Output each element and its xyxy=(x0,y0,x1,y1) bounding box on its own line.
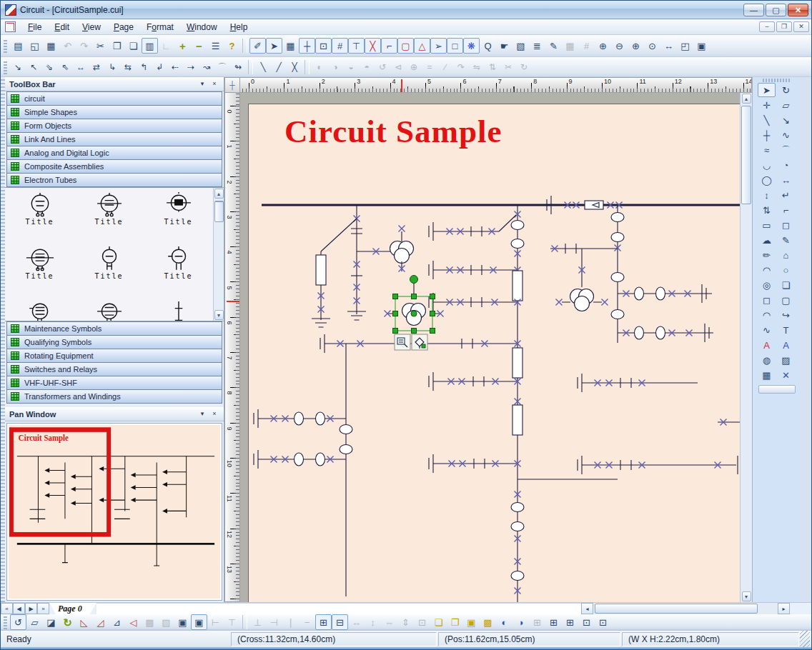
guide-cross-button[interactable]: ┼ xyxy=(299,38,315,54)
center-page-h-button[interactable]: ⊞ xyxy=(315,614,332,630)
feeder-branch[interactable] xyxy=(578,374,740,474)
fit-width-button[interactable]: ↔ xyxy=(660,38,677,54)
close-icon[interactable]: × xyxy=(209,79,219,89)
skew-v-button[interactable]: ◪ xyxy=(43,614,59,630)
curve-node-tool[interactable]: ∿ xyxy=(777,128,795,142)
resize-grip[interactable] xyxy=(800,631,810,647)
feeder-branch[interactable] xyxy=(312,205,414,327)
chevron-down-icon[interactable]: ▾ xyxy=(197,79,207,89)
bring-front-button[interactable]: ❏ xyxy=(430,614,447,630)
chevron-down-icon[interactable]: ▾ xyxy=(197,409,207,419)
connector-bse-button[interactable]: ⇘ xyxy=(41,60,57,74)
menu-item-file[interactable]: File xyxy=(21,21,48,34)
page-tab[interactable]: Page 0 xyxy=(49,603,96,614)
help-button[interactable]: ? xyxy=(224,38,240,54)
new-document-button[interactable]: ▤ xyxy=(10,38,26,54)
blob-tool[interactable]: ◠ xyxy=(758,308,776,322)
toolbox-group-analog-and-digital-logic[interactable]: Analog and Digital Logic xyxy=(6,146,222,160)
rotate-left-button[interactable]: ◺ xyxy=(76,614,92,630)
fit-page-button[interactable]: ◰ xyxy=(677,38,693,54)
oval-tool[interactable]: ○ xyxy=(777,263,795,277)
rotate-right-button[interactable]: ◿ xyxy=(92,614,109,630)
scrollbar-track[interactable] xyxy=(741,104,752,591)
minimize-button[interactable]: — xyxy=(743,4,764,16)
connector-down-button[interactable]: ↲ xyxy=(152,60,167,74)
feeder-branch[interactable] xyxy=(320,205,618,602)
mdi-restore-button[interactable]: ❐ xyxy=(776,21,792,32)
rotate-angle-button[interactable]: ↻ xyxy=(59,614,76,630)
bent-arrow-tool[interactable]: ↵ xyxy=(777,188,795,202)
layers-button[interactable]: ≣ xyxy=(529,38,545,54)
wordart-tool[interactable]: A xyxy=(777,338,795,352)
save-file-button[interactable]: ▦ xyxy=(43,38,59,54)
tube-symbol-item[interactable]: Title xyxy=(144,245,213,299)
close-button[interactable]: ✕ xyxy=(788,4,808,16)
menu-item-help[interactable]: Help xyxy=(224,21,254,34)
tube-symbol-item[interactable]: Title xyxy=(74,245,144,299)
prev-page-button[interactable]: ◀ xyxy=(13,603,25,614)
toolbox-group-link-and-lines[interactable]: Link And Lines xyxy=(6,132,222,146)
scrollbar-thumb[interactable] xyxy=(595,604,758,614)
symbol-scrollbar[interactable]: ▴ ▾ xyxy=(213,188,224,321)
scroll-right-icon[interactable]: ▸ xyxy=(778,603,790,614)
connector-step2-button[interactable]: ⇆ xyxy=(120,60,136,74)
menu-item-edit[interactable]: Edit xyxy=(48,21,76,34)
last-page-button[interactable]: » xyxy=(37,603,49,614)
copy-button[interactable]: ❐ xyxy=(109,38,125,54)
first-page-button[interactable]: « xyxy=(1,603,13,614)
format-text-tool[interactable]: A xyxy=(758,338,776,352)
tube-symbol-item[interactable]: Title xyxy=(144,191,213,245)
align-corner-button[interactable]: ⊤ xyxy=(348,38,365,54)
toolbox-group-vhf-uhf-shf[interactable]: VHF-UHF-SHF xyxy=(6,376,222,390)
pattern-tool-button[interactable]: ❋ xyxy=(463,38,480,54)
palette-scrollbar[interactable] xyxy=(758,385,796,394)
tube-symbol-item[interactable]: Title xyxy=(5,245,74,299)
cross-line-button[interactable]: ╳ xyxy=(287,60,302,74)
drawing-title-text[interactable]: Circuit Sample xyxy=(284,113,502,150)
rotate-tool[interactable]: ↻ xyxy=(777,83,795,97)
skew-h-button[interactable]: ▱ xyxy=(26,614,43,630)
connector-left-button[interactable]: ⇠ xyxy=(167,60,183,74)
circle-tool[interactable]: ◎ xyxy=(758,278,776,292)
freeform-tool[interactable]: ◠ xyxy=(758,263,776,277)
line-tool[interactable]: ╲ xyxy=(758,113,776,127)
selection-rect-button[interactable]: ▢ xyxy=(397,38,414,54)
page-frame-button[interactable]: □ xyxy=(447,38,463,54)
pointer-mode-button[interactable]: ➤ xyxy=(266,38,282,54)
scroll-down-icon[interactable]: ▾ xyxy=(742,591,751,601)
multi-line-button[interactable]: ╱ xyxy=(271,60,287,74)
menu-item-page[interactable]: Page xyxy=(107,21,140,34)
snap-cross-button[interactable]: ╳ xyxy=(365,38,381,54)
connector-up-button[interactable]: ↰ xyxy=(136,60,152,74)
dim-h-tool[interactable]: ↔ xyxy=(777,173,795,187)
toolbox-group-simple-shapes[interactable]: Simple Shapes xyxy=(6,105,222,119)
web-tool[interactable]: ◍ xyxy=(758,353,776,367)
menu-item-window[interactable]: Window xyxy=(180,21,224,34)
toolbar-grip[interactable] xyxy=(4,60,7,74)
page-corner-button[interactable]: ⌐ xyxy=(381,38,397,54)
arrow-line-tool[interactable]: ↘ xyxy=(777,113,795,127)
rounded-rect-tool[interactable]: ▢ xyxy=(777,293,795,307)
cross-tool[interactable]: ┼ xyxy=(758,128,776,142)
scrollbar-thumb[interactable] xyxy=(741,106,751,204)
mdi-minimize-button[interactable]: – xyxy=(759,21,775,32)
connector-se-button[interactable]: ↘ xyxy=(10,60,26,74)
text-tool[interactable]: T xyxy=(777,323,795,337)
flip-h-button[interactable]: ⊿ xyxy=(109,614,125,630)
polyline-tool[interactable]: ≈ xyxy=(758,143,776,157)
connector-h-button[interactable]: ↔ xyxy=(73,60,89,74)
arc-tool[interactable]: ⌒ xyxy=(777,143,795,157)
scrollbar-thumb[interactable] xyxy=(214,201,224,222)
marker-tool[interactable]: ✏ xyxy=(758,248,776,262)
print-button[interactable]: ☰ xyxy=(207,38,224,54)
mdi-close-button[interactable]: ✕ xyxy=(793,21,809,32)
pan-window-minimap[interactable]: Circuit Sample xyxy=(6,423,222,601)
toolbox-group-composite-assemblies[interactable]: Composite Assemblies xyxy=(6,159,222,174)
select-add-tool[interactable]: ✛ xyxy=(758,98,776,112)
center-page-v-button[interactable]: ⊟ xyxy=(332,614,348,630)
tube-symbol-item[interactable] xyxy=(5,299,74,321)
ellipse-tool[interactable]: ◯ xyxy=(758,173,776,187)
toolbox-group-circuit[interactable]: circuit xyxy=(6,91,222,106)
corner-shape-tool[interactable]: ⌐ xyxy=(777,203,795,217)
tube-symbol-item[interactable]: Title xyxy=(5,191,74,245)
